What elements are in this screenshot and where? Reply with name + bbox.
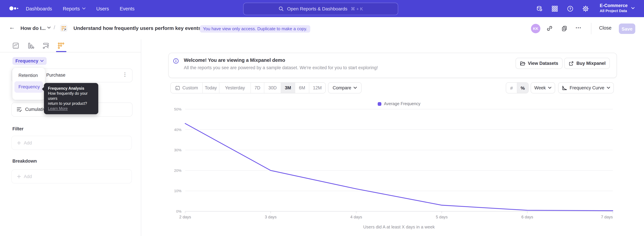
report-header-bar: ← How do I... / Understand how frequentl… — [0, 17, 644, 40]
date-range-3m[interactable]: 3M — [281, 83, 295, 93]
date-range-custom[interactable]: Custom — [171, 83, 202, 93]
y-axis-label: 40% — [174, 128, 182, 132]
date-range-30d[interactable]: 30D — [264, 83, 281, 93]
mixpanel-logo-icon[interactable] — [9, 5, 19, 12]
copy-link-icon[interactable] — [547, 26, 552, 31]
back-arrow-icon[interactable]: ← — [9, 24, 15, 31]
help-icon[interactable]: ? — [567, 5, 574, 12]
project-switcher[interactable]: E-Commerce All Project Data — [600, 3, 628, 13]
nav-item-users[interactable]: Users — [96, 6, 109, 11]
folder-icon — [520, 61, 525, 66]
kebab-menu-icon[interactable]: ⋮ — [122, 72, 128, 78]
tooltip-title: Frequency Analysis — [48, 86, 94, 91]
chevron-down-icon — [354, 87, 357, 89]
x-axis-label: 5 days — [436, 215, 448, 219]
chart-caption: Users did A at least X days in a week — [185, 224, 613, 229]
add-filter-button[interactable]: Add — [12, 136, 132, 150]
analysis-type-menu: RetentionFrequency — [12, 68, 45, 100]
x-axis-label: 2 days — [179, 215, 191, 219]
settings-gear-icon[interactable] — [582, 5, 589, 12]
menu-item-frequency[interactable]: Frequency — [14, 81, 43, 93]
frequency-curve-icon — [562, 85, 567, 91]
chart-type-dropdown[interactable]: Frequency Curve — [558, 82, 614, 93]
tooltip-line: users — [48, 96, 94, 101]
active-tab-indicator — [56, 51, 66, 52]
analysis-type-value: Frequency — [16, 59, 38, 64]
tab-insights-icon[interactable] — [12, 42, 20, 49]
chart-toolbar: CustomTodayYesterday7D30D3M6M12M Compare… — [141, 82, 644, 93]
view-only-badge[interactable]: You have view only access. Duplicate to … — [200, 25, 310, 33]
buy-mixpanel-label: Buy Mixpanel — [576, 61, 606, 66]
primary-nav: DashboardsReportsUsersEvents — [26, 0, 134, 17]
date-range-yesterday[interactable]: Yesterday — [219, 83, 251, 93]
data-management-icon[interactable] — [536, 5, 543, 12]
date-range-12m[interactable]: 12M — [309, 83, 325, 93]
compare-button[interactable]: Compare — [328, 82, 362, 93]
date-range-today[interactable]: Today — [202, 83, 219, 93]
banner-subtitle: All the reports you see are powered by a… — [184, 65, 378, 70]
learn-more-link[interactable]: Learn More — [48, 107, 68, 111]
save-button[interactable]: Save — [619, 24, 635, 34]
close-button[interactable]: Close — [599, 25, 612, 31]
y-axis-label: 30% — [174, 148, 182, 152]
date-range-7d[interactable]: 7D — [251, 83, 264, 93]
y-axis-label: 0% — [176, 209, 182, 213]
view-datasets-label: View Datasets — [528, 61, 558, 66]
interval-dropdown[interactable]: Week — [531, 82, 555, 93]
add-filter-label: Add — [24, 140, 32, 145]
breakdown-heading: Breakdown — [12, 159, 37, 164]
filter-heading: Filter — [12, 126, 24, 131]
interval-label: Week — [534, 85, 546, 90]
more-options-icon[interactable]: ... — [576, 23, 581, 30]
avatar[interactable]: KK — [531, 24, 540, 33]
chevron-down-icon — [607, 87, 610, 89]
x-axis-label: 3 days — [265, 215, 277, 219]
tab-flows-icon[interactable] — [42, 42, 50, 49]
date-range-6m[interactable]: 6M — [295, 83, 309, 93]
tab-funnels-icon[interactable] — [27, 42, 34, 49]
search-shortcut: ⌘ + K — [351, 6, 363, 11]
x-axis-label: 7 days — [601, 215, 613, 219]
nav-item-dashboards[interactable]: Dashboards — [26, 6, 52, 11]
absolute-toggle[interactable]: # — [506, 83, 517, 93]
frequency-line-chart[interactable]: 0%10%20%30%40%50%2 days3 days4 days5 day… — [141, 94, 644, 235]
chart-type-label: Frequency Curve — [570, 85, 604, 90]
chevron-down-icon — [631, 7, 634, 10]
mixpanel-app: DashboardsReportsUsersEvents Open Report… — [0, 0, 644, 236]
plus-icon — [17, 141, 21, 145]
search-placeholder: Open Reports & Dashboards — [287, 6, 348, 12]
chevron-down-icon — [82, 8, 86, 10]
global-search[interactable]: Open Reports & Dashboards ⌘ + K — [243, 3, 398, 15]
menu-item-retention[interactable]: Retention — [14, 70, 43, 81]
compare-label: Compare — [332, 85, 351, 90]
apps-grid-icon[interactable] — [552, 5, 558, 12]
breadcrumb[interactable]: How do I... — [20, 25, 46, 31]
chevron-down-icon — [548, 87, 552, 89]
series-line-average-frequency[interactable] — [185, 123, 613, 211]
chevron-down-icon — [40, 60, 44, 62]
chevron-down-icon[interactable] — [47, 27, 51, 29]
query-sidebar: Frequency Purchase ⋮ RetentionFrequency … — [0, 39, 141, 236]
nav-item-events[interactable]: Events — [120, 6, 135, 11]
demo-banner: Welcome! You are viewing a Mixpanel demo… — [168, 53, 617, 78]
analysis-type-dropdown[interactable]: Frequency — [12, 57, 47, 65]
percent-toggle[interactable]: % — [517, 83, 528, 93]
external-link-icon — [568, 61, 574, 66]
buy-mixpanel-button[interactable]: Buy Mixpanel — [564, 58, 610, 69]
banner-title: Welcome! You are viewing a Mixpanel demo — [184, 58, 285, 63]
add-breakdown-label: Add — [24, 174, 32, 179]
report-canvas: Welcome! You are viewing a Mixpanel demo… — [141, 39, 644, 236]
date-range-control: CustomTodayYesterday7D30D3M6M12M — [170, 82, 326, 93]
nav-item-reports[interactable]: Reports — [63, 6, 86, 11]
nav-utility-icons: ? — [536, 0, 589, 17]
add-breakdown-button[interactable]: Add — [12, 169, 132, 183]
tab-retention-icon[interactable] — [57, 42, 65, 49]
y-axis-label: 20% — [174, 168, 182, 173]
duplicate-icon[interactable] — [562, 26, 567, 31]
board-icon — [60, 25, 68, 32]
view-datasets-button[interactable]: View Datasets — [516, 58, 562, 69]
search-icon — [278, 6, 284, 12]
checklist-icon — [16, 107, 22, 112]
tooltip-line: How frequently do your — [48, 91, 94, 96]
number-format-toggle: #% — [506, 82, 528, 93]
